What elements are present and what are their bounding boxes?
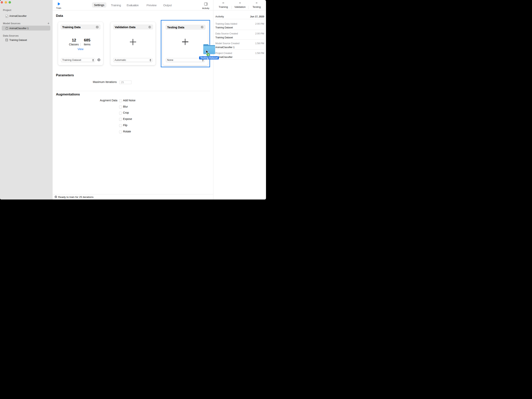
svg-text:ML: ML xyxy=(6,16,7,17)
